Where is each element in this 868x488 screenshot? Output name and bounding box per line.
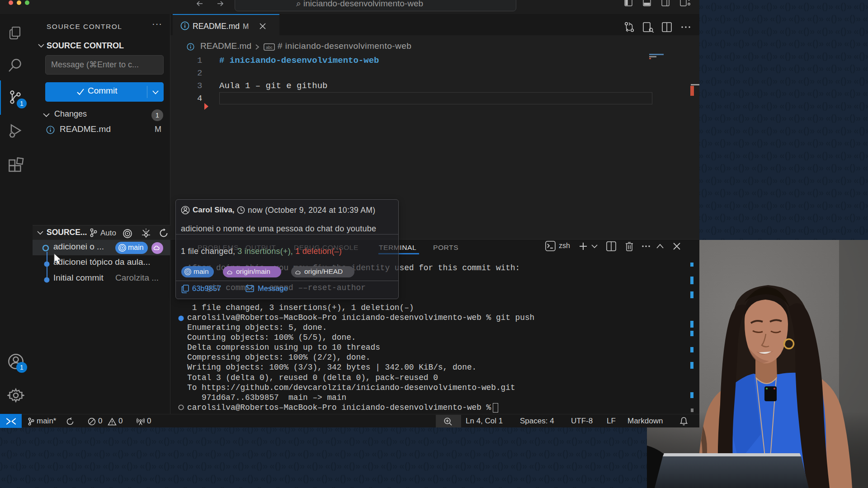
svg-text:abc: abc	[266, 45, 273, 50]
svg-text:1: 1	[20, 364, 24, 371]
svg-text:1: 1	[20, 100, 24, 107]
svg-text:1: 1	[156, 112, 159, 119]
